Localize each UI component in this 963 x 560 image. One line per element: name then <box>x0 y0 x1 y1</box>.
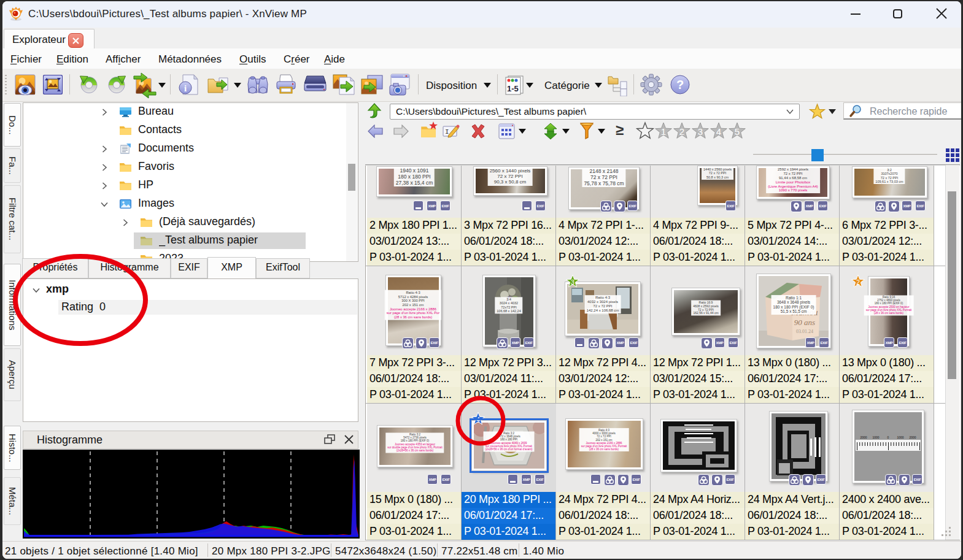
svg-text:I: I <box>445 128 449 136</box>
svg-text:2000: 2000 <box>909 435 916 439</box>
svg-text:2: 2 <box>856 279 860 286</box>
svg-text:1000: 1000 <box>897 435 903 439</box>
svg-text:3: 3 <box>698 126 703 137</box>
svg-text:90 ans: 90 ans <box>794 318 815 327</box>
svg-text:2000: 2000 <box>860 435 867 439</box>
svg-text:1-5: 1-5 <box>507 84 519 93</box>
svg-text:0: 0 <box>888 435 889 439</box>
svg-text:1000: 1000 <box>872 435 879 439</box>
svg-text:2: 2 <box>679 126 684 137</box>
svg-text:4: 4 <box>716 126 721 137</box>
svg-text:5: 5 <box>735 126 740 137</box>
svg-text:3: 3 <box>571 279 574 286</box>
svg-text:i: i <box>184 83 187 93</box>
svg-text:1: 1 <box>661 126 666 137</box>
svg-text:03.01.24: 03.01.24 <box>796 329 813 334</box>
svg-text:?: ? <box>676 78 684 91</box>
